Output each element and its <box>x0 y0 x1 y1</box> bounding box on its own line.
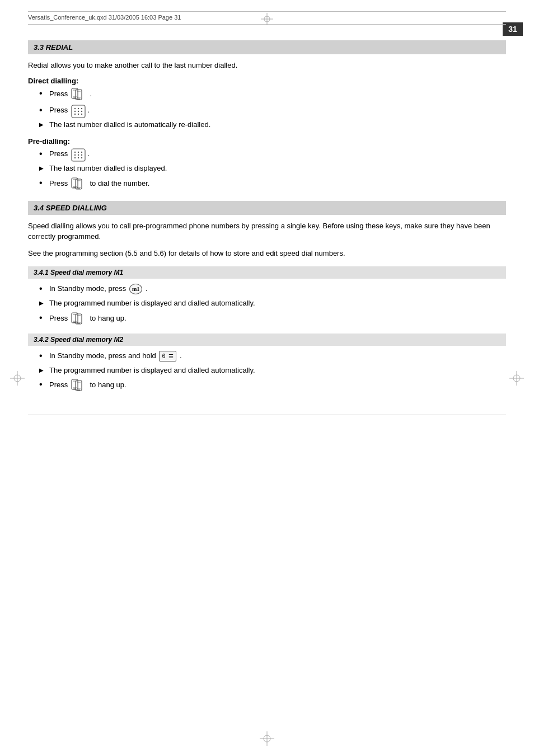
right-crosshair <box>509 371 524 386</box>
direct-dialling-label: Direct dialling: <box>28 77 506 85</box>
svg-point-26 <box>81 111 82 112</box>
svg-point-25 <box>78 111 79 112</box>
sub341-step2-suffix: to hang up. <box>90 314 126 322</box>
left-crosshair <box>10 371 25 386</box>
section-33: 3.3 REDIAL Redial allows you to make ano… <box>28 40 506 191</box>
pre-step-2-suffix: to dial the number. <box>90 179 149 187</box>
sub341-list: In Standby mode, press m1 . <box>28 283 506 294</box>
svg-rect-63 <box>77 390 80 391</box>
main-content: Versatis_Conference_uk.qxd 31/03/2005 16… <box>28 0 506 415</box>
top-border-line <box>28 11 506 12</box>
keypad-icon-2 <box>71 148 85 159</box>
svg-point-33 <box>81 152 82 153</box>
subsection-341-header: 3.4.1 Speed dial memory M1 <box>28 266 506 279</box>
pre-dialling-list: Press <box>28 148 506 160</box>
direct-result: The last number dialled is automatically… <box>28 119 506 130</box>
bottom-crosshair <box>260 731 274 746</box>
svg-point-27 <box>74 114 76 115</box>
section-33-title: 3.3 REDIAL <box>34 43 500 51</box>
svg-point-34 <box>74 154 76 156</box>
page-wrapper: 31 Versatis_Conference_uk.qxd 31/03/2005… <box>0 0 534 756</box>
subsection-341: 3.4.1 Speed dial memory M1 In Standby mo… <box>28 266 506 326</box>
sub341-result: The programmed number is displayed and d… <box>28 298 506 309</box>
subsection-342-title: 3.4.2 Speed dial memory M2 <box>34 336 500 344</box>
svg-point-36 <box>81 154 82 156</box>
svg-rect-19 <box>77 98 80 100</box>
header-filename: Versatis_Conference_uk.qxd 31/03/2005 16… <box>28 14 181 21</box>
svg-rect-47 <box>77 188 80 189</box>
sub342-step-2: Press <box>39 379 506 392</box>
svg-point-21 <box>74 108 76 109</box>
pre-result: The last number dialled is displayed. <box>28 163 506 174</box>
svg-point-35 <box>78 154 79 156</box>
direct-step-2: Press <box>39 105 506 116</box>
pre-step-2-text: Press <box>49 179 68 187</box>
direct-step-1-text: Press <box>49 90 68 98</box>
section-34-title: 3.4 SPEED DIALLING <box>34 204 500 212</box>
pre-step-1-text: Press <box>49 149 68 158</box>
pre-step2-list: Press <box>28 177 506 191</box>
0m-icon: 0 ☰ <box>159 351 176 361</box>
subsection-342: 3.4.2 Speed dial memory M2 In Standby mo… <box>28 334 506 393</box>
sub341-step1-suffix: . <box>146 284 148 293</box>
direct-dialling-list: Press <box>28 88 506 116</box>
top-crosshair <box>261 13 273 25</box>
direct-step-2-text: Press <box>49 106 68 114</box>
pre-step-1-dot: . <box>87 149 90 158</box>
direct-step-2-space: . <box>87 106 90 114</box>
section-34-intro1: Speed dialling allows you to call pre-pr… <box>28 220 506 242</box>
svg-point-28 <box>78 114 79 115</box>
section-34-header: 3.4 SPEED DIALLING <box>28 201 506 215</box>
svg-rect-55 <box>77 323 80 324</box>
pre-dialling-label: Pre-dialling: <box>28 137 506 145</box>
sub342-step1-prefix: In Standby mode, press and hold <box>49 351 156 360</box>
pre-step-2: Press <box>39 177 506 191</box>
page-header: Versatis_Conference_uk.qxd 31/03/2005 16… <box>28 14 506 25</box>
subsection-342-header: 3.4.2 Speed dial memory M2 <box>28 334 506 346</box>
pre-step-1: Press <box>39 148 506 160</box>
svg-point-39 <box>81 157 82 158</box>
svg-point-29 <box>81 114 82 115</box>
handset-icon-3 <box>71 312 87 326</box>
direct-step-1-dot: . <box>90 90 92 98</box>
sub341-step2-prefix: Press <box>49 314 68 322</box>
handset-icon-2 <box>71 177 87 191</box>
sub342-step2-prefix: Press <box>49 381 68 389</box>
svg-point-24 <box>74 111 76 112</box>
sub342-step1-suffix: . <box>180 351 182 360</box>
svg-point-37 <box>74 157 76 158</box>
sub342-step2-suffix: to hang up. <box>90 381 126 389</box>
sub342-step-1: In Standby mode, press and hold 0 ☰ . <box>39 350 506 361</box>
svg-point-31 <box>74 152 76 153</box>
bottom-border-line <box>28 415 506 415</box>
m1-icon: m1 <box>129 284 142 294</box>
sub342-list: In Standby mode, press and hold 0 ☰ . <box>28 350 506 361</box>
section-34: 3.4 SPEED DIALLING Speed dialling allows… <box>28 201 506 393</box>
keypad-icon-1 <box>71 105 85 116</box>
section-34-intro2: See the programming section (5.5 and 5.6… <box>28 248 506 259</box>
sub341-step-1: In Standby mode, press m1 . <box>39 283 506 294</box>
sub341-step2-list: Press <box>28 312 506 326</box>
section-33-intro: Redial allows you to make another call t… <box>28 60 506 71</box>
handset-icon-1 <box>71 88 87 101</box>
sub342-result: The programmed number is displayed and d… <box>28 365 506 376</box>
handset-icon-4 <box>71 379 87 392</box>
svg-point-22 <box>78 108 79 109</box>
sub341-step-2: Press <box>39 312 506 326</box>
sub342-step2-list: Press <box>28 379 506 392</box>
svg-point-23 <box>81 108 82 109</box>
svg-point-32 <box>78 152 79 153</box>
subsection-341-title: 3.4.1 Speed dial memory M1 <box>34 269 500 276</box>
section-33-header: 3.3 REDIAL <box>28 40 506 54</box>
svg-point-38 <box>78 157 79 158</box>
sub341-step1-prefix: In Standby mode, press <box>49 284 126 293</box>
direct-step-1: Press <box>39 88 506 101</box>
